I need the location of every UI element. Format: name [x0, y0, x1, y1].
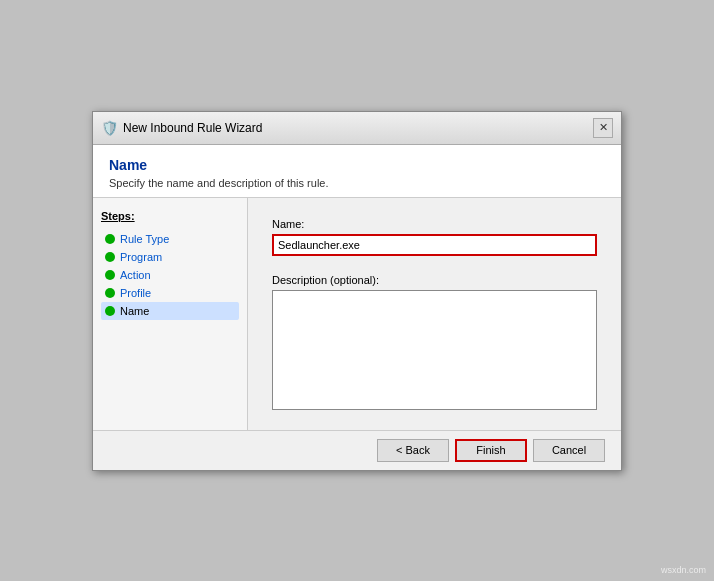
page-subtitle: Specify the name and description of this…: [109, 177, 605, 189]
name-input[interactable]: [272, 234, 597, 256]
steps-label: Steps:: [101, 210, 239, 222]
steps-sidebar: Steps: Rule Type Program Action Profile: [93, 198, 248, 430]
step-dot-program: [105, 252, 115, 262]
page-title: Name: [109, 157, 605, 173]
sidebar-item-label-profile: Profile: [120, 287, 151, 299]
desc-field-group: Description (optional):: [272, 268, 597, 410]
sidebar-item-rule-type[interactable]: Rule Type: [101, 230, 239, 248]
name-field-group: Name:: [272, 218, 597, 256]
wizard-window: 🛡️ New Inbound Rule Wizard ✕ Name Specif…: [92, 111, 622, 471]
sidebar-item-action[interactable]: Action: [101, 266, 239, 284]
sidebar-item-profile[interactable]: Profile: [101, 284, 239, 302]
header-area: Name Specify the name and description of…: [93, 145, 621, 198]
sidebar-item-label-action: Action: [120, 269, 151, 281]
window-title: New Inbound Rule Wizard: [123, 121, 262, 135]
back-button[interactable]: < Back: [377, 439, 449, 462]
watermark: wsxdn.com: [661, 565, 706, 575]
footer: < Back Finish Cancel: [93, 430, 621, 470]
sidebar-item-program[interactable]: Program: [101, 248, 239, 266]
sidebar-item-label-name: Name: [120, 305, 149, 317]
step-dot-rule-type: [105, 234, 115, 244]
finish-button[interactable]: Finish: [455, 439, 527, 462]
sidebar-item-label-rule-type: Rule Type: [120, 233, 169, 245]
content-area: Steps: Rule Type Program Action Profile: [93, 198, 621, 430]
step-dot-name: [105, 306, 115, 316]
close-button[interactable]: ✕: [593, 118, 613, 138]
step-dot-action: [105, 270, 115, 280]
name-label: Name:: [272, 218, 597, 230]
description-textarea[interactable]: [272, 290, 597, 410]
sidebar-item-label-program: Program: [120, 251, 162, 263]
title-bar-left: 🛡️ New Inbound Rule Wizard: [101, 120, 262, 136]
cancel-button[interactable]: Cancel: [533, 439, 605, 462]
desc-label: Description (optional):: [272, 274, 597, 286]
step-dot-profile: [105, 288, 115, 298]
window-body: Name Specify the name and description of…: [93, 145, 621, 470]
wizard-icon: 🛡️: [101, 120, 117, 136]
main-panel: Name: Description (optional):: [248, 198, 621, 430]
title-bar: 🛡️ New Inbound Rule Wizard ✕: [93, 112, 621, 145]
sidebar-item-name[interactable]: Name: [101, 302, 239, 320]
